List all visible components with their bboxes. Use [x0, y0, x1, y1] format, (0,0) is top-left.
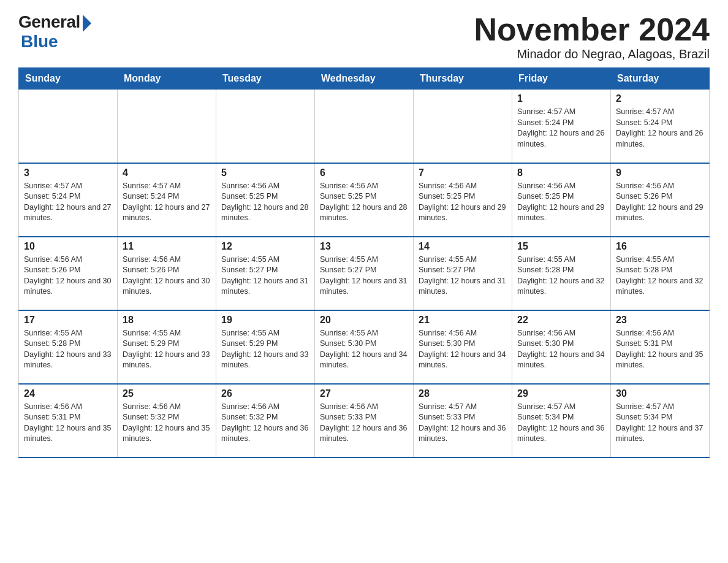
week-row-2: 3Sunrise: 4:57 AMSunset: 5:24 PMDaylight…	[19, 163, 710, 237]
calendar-cell	[216, 90, 315, 163]
header-saturday: Saturday	[611, 68, 710, 90]
day-info: Sunrise: 4:56 AMSunset: 5:33 PMDaylight:…	[320, 402, 407, 443]
day-number: 13	[320, 241, 408, 252]
day-number: 22	[517, 315, 605, 326]
calendar-cell: 20Sunrise: 4:55 AMSunset: 5:30 PMDayligh…	[315, 310, 414, 384]
day-info: Sunrise: 4:57 AMSunset: 5:24 PMDaylight:…	[616, 107, 703, 148]
calendar-cell: 30Sunrise: 4:57 AMSunset: 5:34 PMDayligh…	[611, 384, 710, 458]
calendar-header-row: SundayMondayTuesdayWednesdayThursdayFrid…	[19, 68, 710, 90]
calendar-title: November 2024	[474, 12, 710, 47]
calendar-cell: 24Sunrise: 4:56 AMSunset: 5:31 PMDayligh…	[19, 384, 118, 458]
day-info: Sunrise: 4:56 AMSunset: 5:30 PMDaylight:…	[419, 329, 506, 370]
day-info: Sunrise: 4:56 AMSunset: 5:32 PMDaylight:…	[221, 402, 308, 443]
day-number: 8	[517, 167, 605, 178]
calendar-cell: 28Sunrise: 4:57 AMSunset: 5:33 PMDayligh…	[414, 384, 512, 458]
day-number: 28	[419, 388, 507, 399]
day-number: 7	[419, 167, 507, 178]
day-number: 5	[221, 167, 309, 178]
day-number: 26	[221, 388, 309, 399]
day-info: Sunrise: 4:55 AMSunset: 5:27 PMDaylight:…	[221, 255, 308, 296]
calendar-cell: 12Sunrise: 4:55 AMSunset: 5:27 PMDayligh…	[216, 237, 315, 310]
day-info: Sunrise: 4:56 AMSunset: 5:26 PMDaylight:…	[616, 182, 703, 223]
day-info: Sunrise: 4:56 AMSunset: 5:26 PMDaylight:…	[24, 255, 111, 296]
day-info: Sunrise: 4:55 AMSunset: 5:27 PMDaylight:…	[320, 255, 407, 296]
day-info: Sunrise: 4:56 AMSunset: 5:30 PMDaylight:…	[517, 329, 604, 370]
calendar-cell	[19, 90, 118, 163]
day-number: 11	[123, 241, 211, 252]
calendar-cell: 8Sunrise: 4:56 AMSunset: 5:25 PMDaylight…	[512, 163, 611, 237]
day-info: Sunrise: 4:57 AMSunset: 5:24 PMDaylight:…	[517, 107, 604, 148]
calendar-cell: 29Sunrise: 4:57 AMSunset: 5:34 PMDayligh…	[512, 384, 611, 458]
day-info: Sunrise: 4:57 AMSunset: 5:24 PMDaylight:…	[123, 182, 210, 223]
calendar-cell: 23Sunrise: 4:56 AMSunset: 5:31 PMDayligh…	[611, 310, 710, 384]
logo-blue-text: Blue	[21, 32, 58, 52]
calendar-cell: 6Sunrise: 4:56 AMSunset: 5:25 PMDaylight…	[315, 163, 414, 237]
day-number: 1	[517, 93, 605, 104]
day-info: Sunrise: 4:57 AMSunset: 5:34 PMDaylight:…	[616, 402, 703, 443]
day-number: 20	[320, 315, 408, 326]
day-info: Sunrise: 4:56 AMSunset: 5:25 PMDaylight:…	[517, 182, 604, 223]
calendar-subtitle: Minador do Negrao, Alagoas, Brazil	[474, 47, 710, 61]
calendar-cell: 18Sunrise: 4:55 AMSunset: 5:29 PMDayligh…	[118, 310, 216, 384]
week-row-3: 10Sunrise: 4:56 AMSunset: 5:26 PMDayligh…	[19, 237, 710, 310]
calendar-cell: 9Sunrise: 4:56 AMSunset: 5:26 PMDaylight…	[611, 163, 710, 237]
day-info: Sunrise: 4:55 AMSunset: 5:28 PMDaylight:…	[517, 255, 604, 296]
day-info: Sunrise: 4:56 AMSunset: 5:31 PMDaylight:…	[616, 329, 703, 370]
day-info: Sunrise: 4:56 AMSunset: 5:32 PMDaylight:…	[123, 402, 210, 443]
day-number: 23	[616, 315, 704, 326]
calendar-cell: 4Sunrise: 4:57 AMSunset: 5:24 PMDaylight…	[118, 163, 216, 237]
day-number: 6	[320, 167, 408, 178]
header-sunday: Sunday	[19, 68, 118, 90]
calendar-cell: 11Sunrise: 4:56 AMSunset: 5:26 PMDayligh…	[118, 237, 216, 310]
page-header: General Blue November 2024 Minador do Ne…	[18, 12, 710, 61]
day-number: 24	[24, 388, 112, 399]
day-number: 14	[419, 241, 507, 252]
week-row-1: 1Sunrise: 4:57 AMSunset: 5:24 PMDaylight…	[19, 90, 710, 163]
day-info: Sunrise: 4:56 AMSunset: 5:26 PMDaylight:…	[123, 255, 210, 296]
day-info: Sunrise: 4:55 AMSunset: 5:27 PMDaylight:…	[419, 255, 506, 296]
day-number: 9	[616, 167, 704, 178]
day-number: 18	[123, 315, 211, 326]
day-info: Sunrise: 4:56 AMSunset: 5:25 PMDaylight:…	[221, 182, 308, 223]
logo-arrow-icon	[83, 15, 91, 32]
calendar-cell: 16Sunrise: 4:55 AMSunset: 5:28 PMDayligh…	[611, 237, 710, 310]
day-number: 2	[616, 93, 704, 104]
calendar-cell: 26Sunrise: 4:56 AMSunset: 5:32 PMDayligh…	[216, 384, 315, 458]
day-number: 19	[221, 315, 309, 326]
calendar-table: SundayMondayTuesdayWednesdayThursdayFrid…	[18, 67, 710, 458]
calendar-cell: 13Sunrise: 4:55 AMSunset: 5:27 PMDayligh…	[315, 237, 414, 310]
day-number: 12	[221, 241, 309, 252]
calendar-cell: 2Sunrise: 4:57 AMSunset: 5:24 PMDaylight…	[611, 90, 710, 163]
calendar-cell	[315, 90, 414, 163]
day-number: 27	[320, 388, 408, 399]
header-monday: Monday	[118, 68, 216, 90]
day-info: Sunrise: 4:55 AMSunset: 5:28 PMDaylight:…	[24, 329, 111, 370]
week-row-5: 24Sunrise: 4:56 AMSunset: 5:31 PMDayligh…	[19, 384, 710, 458]
logo: General Blue	[18, 12, 91, 52]
day-number: 17	[24, 315, 112, 326]
header-tuesday: Tuesday	[216, 68, 315, 90]
day-number: 3	[24, 167, 112, 178]
day-info: Sunrise: 4:57 AMSunset: 5:33 PMDaylight:…	[419, 402, 506, 443]
day-info: Sunrise: 4:55 AMSunset: 5:29 PMDaylight:…	[221, 329, 308, 370]
calendar-cell: 25Sunrise: 4:56 AMSunset: 5:32 PMDayligh…	[118, 384, 216, 458]
calendar-cell	[118, 90, 216, 163]
calendar-cell	[414, 90, 512, 163]
calendar-cell: 14Sunrise: 4:55 AMSunset: 5:27 PMDayligh…	[414, 237, 512, 310]
day-number: 16	[616, 241, 704, 252]
day-info: Sunrise: 4:55 AMSunset: 5:28 PMDaylight:…	[616, 255, 703, 296]
calendar-cell: 17Sunrise: 4:55 AMSunset: 5:28 PMDayligh…	[19, 310, 118, 384]
calendar-cell: 7Sunrise: 4:56 AMSunset: 5:25 PMDaylight…	[414, 163, 512, 237]
calendar-cell: 19Sunrise: 4:55 AMSunset: 5:29 PMDayligh…	[216, 310, 315, 384]
calendar-cell: 22Sunrise: 4:56 AMSunset: 5:30 PMDayligh…	[512, 310, 611, 384]
day-number: 15	[517, 241, 605, 252]
day-info: Sunrise: 4:56 AMSunset: 5:25 PMDaylight:…	[320, 182, 407, 223]
day-info: Sunrise: 4:56 AMSunset: 5:25 PMDaylight:…	[419, 182, 506, 223]
day-number: 30	[616, 388, 704, 399]
calendar-cell: 1Sunrise: 4:57 AMSunset: 5:24 PMDaylight…	[512, 90, 611, 163]
calendar-cell: 10Sunrise: 4:56 AMSunset: 5:26 PMDayligh…	[19, 237, 118, 310]
day-info: Sunrise: 4:57 AMSunset: 5:24 PMDaylight:…	[24, 182, 111, 223]
day-info: Sunrise: 4:55 AMSunset: 5:29 PMDaylight:…	[123, 329, 210, 370]
header-thursday: Thursday	[414, 68, 512, 90]
calendar-cell: 3Sunrise: 4:57 AMSunset: 5:24 PMDaylight…	[19, 163, 118, 237]
